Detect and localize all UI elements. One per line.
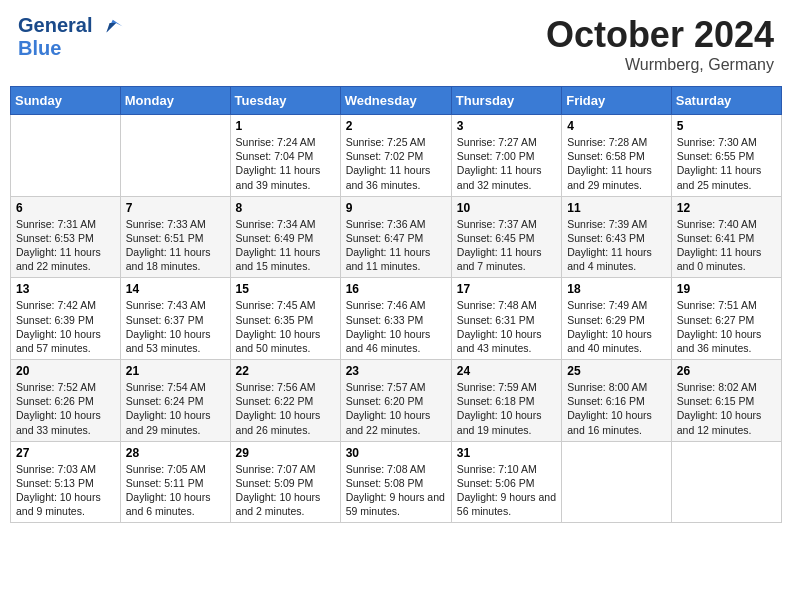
daylight-text: Daylight: 9 hours and 59 minutes. [346, 490, 446, 518]
day-number: 7 [126, 201, 225, 215]
day-number: 4 [567, 119, 666, 133]
title-block: October 2024 Wurmberg, Germany [546, 14, 774, 74]
calendar-cell [562, 441, 672, 523]
daylight-text: Daylight: 11 hours and 29 minutes. [567, 163, 666, 191]
sunrise-text: Sunrise: 7:31 AM [16, 217, 115, 231]
sunset-text: Sunset: 6:35 PM [236, 313, 335, 327]
logo-text: General [18, 14, 124, 39]
day-number: 23 [346, 364, 446, 378]
day-info: Sunrise: 7:31 AMSunset: 6:53 PMDaylight:… [16, 217, 115, 274]
calendar-cell: 25Sunrise: 8:00 AMSunset: 6:16 PMDayligh… [562, 360, 672, 442]
day-info: Sunrise: 7:07 AMSunset: 5:09 PMDaylight:… [236, 462, 335, 519]
sunrise-text: Sunrise: 7:49 AM [567, 298, 666, 312]
calendar-cell: 6Sunrise: 7:31 AMSunset: 6:53 PMDaylight… [11, 196, 121, 278]
calendar-cell: 13Sunrise: 7:42 AMSunset: 6:39 PMDayligh… [11, 278, 121, 360]
daylight-text: Daylight: 11 hours and 36 minutes. [346, 163, 446, 191]
day-number: 18 [567, 282, 666, 296]
sunrise-text: Sunrise: 7:24 AM [236, 135, 335, 149]
sunrise-text: Sunrise: 8:02 AM [677, 380, 776, 394]
daylight-text: Daylight: 11 hours and 0 minutes. [677, 245, 776, 273]
day-info: Sunrise: 7:39 AMSunset: 6:43 PMDaylight:… [567, 217, 666, 274]
day-number: 16 [346, 282, 446, 296]
calendar-week-row: 20Sunrise: 7:52 AMSunset: 6:26 PMDayligh… [11, 360, 782, 442]
day-number: 5 [677, 119, 776, 133]
day-info: Sunrise: 7:03 AMSunset: 5:13 PMDaylight:… [16, 462, 115, 519]
daylight-text: Daylight: 10 hours and 16 minutes. [567, 408, 666, 436]
calendar-week-row: 13Sunrise: 7:42 AMSunset: 6:39 PMDayligh… [11, 278, 782, 360]
day-info: Sunrise: 7:28 AMSunset: 6:58 PMDaylight:… [567, 135, 666, 192]
day-info: Sunrise: 7:49 AMSunset: 6:29 PMDaylight:… [567, 298, 666, 355]
calendar-cell: 2Sunrise: 7:25 AMSunset: 7:02 PMDaylight… [340, 115, 451, 197]
daylight-text: Daylight: 10 hours and 19 minutes. [457, 408, 556, 436]
sunset-text: Sunset: 5:08 PM [346, 476, 446, 490]
calendar-cell: 22Sunrise: 7:56 AMSunset: 6:22 PMDayligh… [230, 360, 340, 442]
weekday-header: Sunday [11, 87, 121, 115]
sunrise-text: Sunrise: 8:00 AM [567, 380, 666, 394]
day-number: 19 [677, 282, 776, 296]
sunrise-text: Sunrise: 7:48 AM [457, 298, 556, 312]
sunrise-text: Sunrise: 7:59 AM [457, 380, 556, 394]
daylight-text: Daylight: 11 hours and 22 minutes. [16, 245, 115, 273]
day-number: 13 [16, 282, 115, 296]
day-info: Sunrise: 7:40 AMSunset: 6:41 PMDaylight:… [677, 217, 776, 274]
day-number: 6 [16, 201, 115, 215]
sunrise-text: Sunrise: 7:37 AM [457, 217, 556, 231]
day-info: Sunrise: 7:56 AMSunset: 6:22 PMDaylight:… [236, 380, 335, 437]
day-info: Sunrise: 7:43 AMSunset: 6:37 PMDaylight:… [126, 298, 225, 355]
sunset-text: Sunset: 6:24 PM [126, 394, 225, 408]
calendar-cell: 10Sunrise: 7:37 AMSunset: 6:45 PMDayligh… [451, 196, 561, 278]
sunset-text: Sunset: 7:02 PM [346, 149, 446, 163]
sunset-text: Sunset: 6:53 PM [16, 231, 115, 245]
sunset-text: Sunset: 6:16 PM [567, 394, 666, 408]
calendar-cell: 17Sunrise: 7:48 AMSunset: 6:31 PMDayligh… [451, 278, 561, 360]
day-info: Sunrise: 7:34 AMSunset: 6:49 PMDaylight:… [236, 217, 335, 274]
sunrise-text: Sunrise: 7:08 AM [346, 462, 446, 476]
daylight-text: Daylight: 10 hours and 6 minutes. [126, 490, 225, 518]
day-info: Sunrise: 8:02 AMSunset: 6:15 PMDaylight:… [677, 380, 776, 437]
day-number: 15 [236, 282, 335, 296]
sunset-text: Sunset: 7:00 PM [457, 149, 556, 163]
calendar-cell: 12Sunrise: 7:40 AMSunset: 6:41 PMDayligh… [671, 196, 781, 278]
calendar-cell: 14Sunrise: 7:43 AMSunset: 6:37 PMDayligh… [120, 278, 230, 360]
calendar-cell: 18Sunrise: 7:49 AMSunset: 6:29 PMDayligh… [562, 278, 672, 360]
calendar-cell: 16Sunrise: 7:46 AMSunset: 6:33 PMDayligh… [340, 278, 451, 360]
day-info: Sunrise: 7:52 AMSunset: 6:26 PMDaylight:… [16, 380, 115, 437]
calendar-cell [671, 441, 781, 523]
page-header: General Blue October 2024 Wurmberg, Germ… [10, 10, 782, 78]
day-info: Sunrise: 7:33 AMSunset: 6:51 PMDaylight:… [126, 217, 225, 274]
calendar-cell: 3Sunrise: 7:27 AMSunset: 7:00 PMDaylight… [451, 115, 561, 197]
calendar-week-row: 6Sunrise: 7:31 AMSunset: 6:53 PMDaylight… [11, 196, 782, 278]
daylight-text: Daylight: 11 hours and 4 minutes. [567, 245, 666, 273]
svg-marker-1 [106, 23, 116, 33]
sunset-text: Sunset: 6:33 PM [346, 313, 446, 327]
sunset-text: Sunset: 6:26 PM [16, 394, 115, 408]
calendar-week-row: 27Sunrise: 7:03 AMSunset: 5:13 PMDayligh… [11, 441, 782, 523]
calendar-cell: 1Sunrise: 7:24 AMSunset: 7:04 PMDaylight… [230, 115, 340, 197]
daylight-text: Daylight: 11 hours and 18 minutes. [126, 245, 225, 273]
daylight-text: Daylight: 11 hours and 11 minutes. [346, 245, 446, 273]
calendar-cell: 21Sunrise: 7:54 AMSunset: 6:24 PMDayligh… [120, 360, 230, 442]
sunrise-text: Sunrise: 7:03 AM [16, 462, 115, 476]
day-info: Sunrise: 7:42 AMSunset: 6:39 PMDaylight:… [16, 298, 115, 355]
calendar-cell: 31Sunrise: 7:10 AMSunset: 5:06 PMDayligh… [451, 441, 561, 523]
sunrise-text: Sunrise: 7:34 AM [236, 217, 335, 231]
day-number: 21 [126, 364, 225, 378]
sunset-text: Sunset: 6:51 PM [126, 231, 225, 245]
day-number: 24 [457, 364, 556, 378]
day-info: Sunrise: 7:46 AMSunset: 6:33 PMDaylight:… [346, 298, 446, 355]
sunset-text: Sunset: 5:06 PM [457, 476, 556, 490]
calendar-cell: 7Sunrise: 7:33 AMSunset: 6:51 PMDaylight… [120, 196, 230, 278]
sunrise-text: Sunrise: 7:52 AM [16, 380, 115, 394]
day-info: Sunrise: 7:37 AMSunset: 6:45 PMDaylight:… [457, 217, 556, 274]
sunrise-text: Sunrise: 7:45 AM [236, 298, 335, 312]
logo: General Blue [18, 14, 124, 60]
sunrise-text: Sunrise: 7:27 AM [457, 135, 556, 149]
sunrise-text: Sunrise: 7:51 AM [677, 298, 776, 312]
day-number: 28 [126, 446, 225, 460]
day-info: Sunrise: 7:10 AMSunset: 5:06 PMDaylight:… [457, 462, 556, 519]
daylight-text: Daylight: 10 hours and 53 minutes. [126, 327, 225, 355]
day-info: Sunrise: 7:45 AMSunset: 6:35 PMDaylight:… [236, 298, 335, 355]
weekday-header: Thursday [451, 87, 561, 115]
daylight-text: Daylight: 10 hours and 22 minutes. [346, 408, 446, 436]
sunset-text: Sunset: 6:22 PM [236, 394, 335, 408]
